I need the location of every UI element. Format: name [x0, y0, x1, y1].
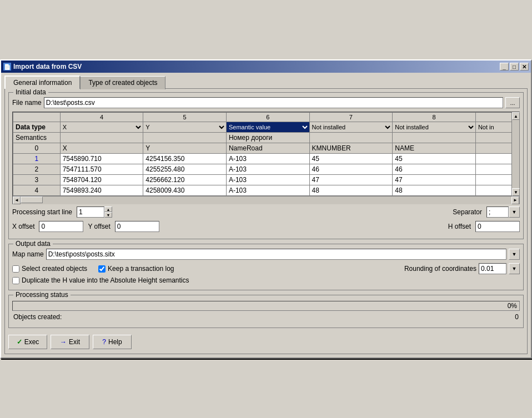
rounding-group: Rounding of coordinates ▼ [404, 263, 520, 274]
row1-col2: 4254156.350 [143, 154, 227, 164]
data-type-col6[interactable]: Semantic value [226, 122, 309, 133]
map-name-row: Map name ▼ [12, 249, 520, 260]
checkbox-row-1: Select created objects Keep a transactio… [12, 263, 520, 274]
file-name-input[interactable] [44, 97, 503, 108]
data-type-select-7[interactable]: Not installed [310, 122, 393, 132]
scroll-left-button[interactable]: ◄ [13, 197, 21, 204]
start-line-spinner[interactable]: ▲ ▼ [77, 207, 112, 218]
objects-created-label: Objects created: [13, 313, 62, 321]
data-type-col4[interactable]: X [60, 122, 143, 133]
col-num-4: 4 [60, 113, 143, 122]
progress-bar-container: 0% [12, 301, 520, 311]
scroll-h-track [21, 197, 511, 204]
table-with-vscroll: 4 5 6 7 8 Data type [13, 112, 519, 196]
semantics-col4 [60, 133, 143, 143]
semantics-row: Semantics Номер дороги [13, 133, 519, 143]
duplicate-h-label: Duplicate the H value into the Absolute … [22, 276, 189, 284]
exec-button[interactable]: ✓ Exec [8, 335, 47, 349]
tab-bar: General information Type of created obje… [4, 75, 528, 88]
col-num-5: 5 [143, 113, 227, 122]
semantics-col7 [309, 133, 393, 143]
initial-data-label: Initial data [13, 88, 48, 96]
row1-col4: 45 [309, 154, 393, 164]
row2-col4: 46 [309, 164, 393, 175]
browse-button[interactable]: ... [505, 97, 520, 108]
vertical-scrollbar[interactable]: ▲ ▼ [511, 112, 519, 196]
y-offset-input[interactable] [115, 221, 159, 232]
row4-col5: 48 [393, 185, 476, 196]
file-row: File name ... [12, 97, 520, 108]
row0-col2: Y [143, 143, 227, 154]
row0-col1: X [60, 143, 143, 154]
data-type-col8[interactable]: Not installed [393, 122, 476, 133]
row0-col4: KMNUMBER [309, 143, 393, 154]
separator-dropdown-button[interactable]: ▼ [509, 207, 520, 218]
separator-label: Separator [453, 208, 482, 216]
scroll-h-thumb[interactable] [21, 197, 43, 203]
table-row: 0 X Y NameRoad KMNUMBER NAME [13, 143, 519, 154]
data-type-row: Data type X Y [13, 122, 519, 133]
data-type-select-4[interactable]: X [61, 122, 143, 132]
x-offset-input[interactable] [39, 221, 83, 232]
scroll-down-button[interactable]: ▼ [512, 188, 520, 196]
scroll-up-button[interactable]: ▲ [512, 112, 520, 120]
select-created-label: Select created objects [22, 265, 87, 273]
separator-input[interactable] [486, 207, 509, 218]
spinner-up-button[interactable]: ▲ [104, 207, 112, 212]
keep-transaction-checkbox[interactable] [98, 265, 106, 273]
tab-general[interactable]: General information [4, 75, 80, 89]
data-type-select-6[interactable]: Semantic value [227, 122, 309, 132]
rounding-input[interactable] [479, 263, 506, 274]
semantics-col6: Номер дороги [226, 133, 309, 143]
horizontal-scrollbar[interactable]: ◄ ► [13, 196, 519, 204]
row3-col3: A-103 [226, 175, 309, 185]
content-area: General information Type of created obje… [1, 73, 531, 357]
select-created-item: Select created objects [12, 265, 87, 273]
window-icon: 📄 [3, 63, 11, 70]
processing-status-group: Processing status 0% Objects created: 0 [8, 295, 524, 328]
map-name-dropdown-button[interactable]: ▼ [509, 249, 520, 260]
exit-button[interactable]: → Exit [51, 335, 89, 349]
h-offset-input[interactable] [475, 221, 520, 232]
semantics-label-cell: Semantics [13, 133, 61, 143]
start-line-label: Processing start line [12, 208, 72, 216]
exec-label: Exec [24, 338, 39, 346]
processing-controls-row: Processing start line ▲ ▼ Separator ▼ [12, 207, 520, 218]
data-type-select-8[interactable]: Not installed [393, 122, 475, 132]
help-button[interactable]: ? Help [93, 335, 132, 349]
objects-created-row: Objects created: 0 [12, 313, 520, 321]
bottom-buttons: ✓ Exec → Exit ? Help [8, 333, 524, 350]
column-numbers-row: 4 5 6 7 8 [13, 113, 519, 122]
output-data-label: Output data [13, 240, 53, 248]
data-type-col5[interactable]: Y [143, 122, 227, 133]
data-type-select-5[interactable]: Y [143, 122, 226, 132]
minimize-button[interactable]: _ [500, 63, 509, 70]
rounding-dropdown-button[interactable]: ▼ [509, 263, 520, 274]
exit-icon: → [60, 338, 67, 346]
close-button[interactable]: ✕ [520, 63, 529, 70]
row2-col3: A-103 [226, 164, 309, 175]
scroll-track [512, 120, 519, 188]
keep-transaction-item: Keep a transaction log [98, 265, 174, 273]
title-buttons: _ □ ✕ [500, 63, 529, 70]
scroll-right-button[interactable]: ► [511, 197, 519, 204]
spinner-arrows: ▲ ▼ [104, 207, 112, 218]
data-type-label-cell: Data type [13, 122, 61, 133]
select-created-checkbox[interactable] [12, 265, 19, 273]
title-bar-left: 📄 Import data from CSV [3, 63, 82, 70]
row4-col1: 7549893.240 [60, 185, 143, 196]
data-type-col7[interactable]: Not installed [309, 122, 393, 133]
maximize-button[interactable]: □ [510, 63, 519, 70]
map-name-input[interactable] [46, 249, 506, 260]
start-line-input[interactable] [77, 207, 104, 218]
row3-col1: 7548704.120 [60, 175, 143, 185]
spinner-down-button[interactable]: ▼ [104, 212, 112, 218]
row4-col3: A-103 [226, 185, 309, 196]
duplicate-h-checkbox[interactable] [12, 277, 19, 284]
exec-icon: ✓ [17, 338, 22, 346]
table-scroll-area: 4 5 6 7 8 Data type [13, 112, 519, 196]
rounding-label: Rounding of coordinates [404, 265, 476, 273]
exit-label: Exit [69, 338, 80, 346]
row-num-2: 2 [13, 164, 61, 175]
tab-type[interactable]: Type of created objects [80, 76, 165, 89]
